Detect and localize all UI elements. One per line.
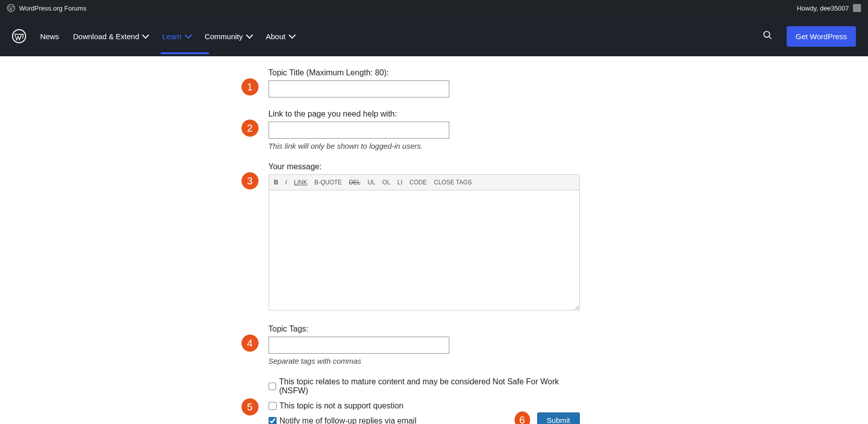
tags-group: 4 Topic Tags: Separate tags with commas	[269, 325, 580, 365]
nav-label: Community	[205, 32, 243, 41]
svg-point-0	[8, 5, 15, 12]
toolbar-bold-button[interactable]: B	[274, 179, 279, 186]
wordpress-small-icon[interactable]	[7, 4, 15, 12]
nav-item-download[interactable]: Download & Extend	[73, 32, 149, 41]
notify-checkbox[interactable]	[269, 417, 277, 424]
toolbar-close-button[interactable]: CLOSE TAGS	[434, 179, 472, 186]
link-label: Link to the page you need help with:	[269, 110, 580, 119]
topic-title-input[interactable]	[269, 80, 449, 97]
toolbar-del-button[interactable]: DEL	[349, 179, 360, 186]
toolbar-li-button[interactable]: LI	[398, 179, 403, 186]
chevron-down-icon	[245, 32, 253, 39]
step-badge-5: 5	[241, 398, 259, 415]
active-tab-underline	[161, 52, 209, 54]
step-badge-4: 4	[241, 335, 259, 352]
nsfw-checkbox[interactable]	[269, 382, 276, 390]
tags-hint: Separate tags with commas	[269, 357, 580, 365]
search-icon[interactable]	[763, 30, 773, 42]
nav-items: News Download & Extend Learn Community A…	[40, 32, 749, 41]
toolbar-link-button[interactable]: LINK	[294, 179, 308, 186]
nav-item-learn[interactable]: Learn	[162, 32, 190, 41]
nsfw-row: This topic relates to mature content and…	[269, 377, 580, 395]
link-hint: This link will only be shown to logged-i…	[269, 142, 580, 150]
topic-title-label: Topic Title (Maximum Length: 80):	[269, 68, 580, 77]
nsfw-label: This topic relates to mature content and…	[279, 377, 580, 395]
admin-bar-left: WordPress.org Forums	[7, 4, 86, 12]
svg-point-1	[764, 32, 770, 38]
toolbar-ol-button[interactable]: OL	[383, 179, 391, 186]
tags-label: Topic Tags:	[269, 325, 580, 334]
chevron-down-icon	[185, 32, 192, 39]
chevron-down-icon	[142, 32, 149, 39]
message-label: Your message:	[269, 162, 580, 171]
admin-bar: WordPress.org Forums Howdy, dee35007	[0, 0, 868, 16]
nav-right: Get WordPress	[763, 26, 856, 47]
toolbar-italic-button[interactable]: I	[285, 179, 287, 186]
editor-toolbar: B I LINK B-QUOTE DEL UL OL LI CODE CLOSE…	[269, 174, 580, 190]
get-wordpress-button[interactable]: Get WordPress	[787, 26, 856, 47]
step-badge-1: 1	[241, 78, 259, 95]
nav-item-about[interactable]: About	[266, 32, 295, 41]
nav-label: About	[266, 32, 286, 41]
toolbar-bquote-button[interactable]: B-QUOTE	[314, 179, 342, 186]
tags-input[interactable]	[269, 337, 449, 354]
nav-item-community[interactable]: Community	[205, 32, 252, 41]
avatar[interactable]	[853, 4, 861, 12]
nav-item-news[interactable]: News	[40, 32, 59, 41]
step-badge-2: 2	[241, 120, 259, 137]
notify-label: Notify me of follow-up replies via email	[280, 416, 417, 424]
step-badge-6: 6	[515, 411, 530, 424]
chevron-down-icon	[289, 32, 296, 39]
wordpress-logo-icon[interactable]	[12, 29, 26, 43]
howdy-link[interactable]: Howdy, dee35007	[797, 5, 849, 12]
not-support-label: This topic is not a support question	[280, 401, 404, 410]
admin-bar-right: Howdy, dee35007	[797, 4, 861, 12]
toolbar-ul-button[interactable]: UL	[367, 179, 375, 186]
message-textarea[interactable]	[269, 190, 580, 310]
submit-button[interactable]: Submit	[537, 412, 580, 425]
toolbar-code-button[interactable]: CODE	[410, 179, 427, 186]
not-support-checkbox[interactable]	[269, 402, 277, 410]
nav-label: Learn	[162, 32, 181, 41]
message-group: 3 Your message: B I LINK B-QUOTE DEL UL …	[269, 162, 580, 312]
nav-label: Download & Extend	[73, 32, 140, 41]
submit-row: 6 Submit	[515, 411, 580, 424]
step-badge-3: 3	[241, 172, 259, 189]
topic-title-group: 1 Topic Title (Maximum Length: 80):	[269, 68, 580, 97]
link-group: 2 Link to the page you need help with: T…	[269, 110, 580, 150]
svg-line-2	[769, 37, 771, 39]
link-input[interactable]	[269, 122, 449, 139]
site-title-link[interactable]: WordPress.org Forums	[19, 5, 86, 12]
main-nav: News Download & Extend Learn Community A…	[0, 16, 868, 56]
not-support-row: 5 This topic is not a support question	[269, 401, 580, 410]
topic-form: 1 Topic Title (Maximum Length: 80): 2 Li…	[269, 68, 580, 424]
nav-label: News	[40, 32, 59, 41]
